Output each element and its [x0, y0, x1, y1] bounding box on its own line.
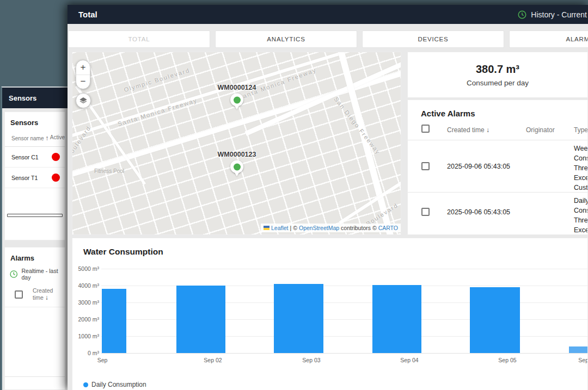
tab-devices[interactable]: DEVICES — [362, 30, 504, 48]
alarm-row-checkbox[interactable] — [421, 208, 430, 216]
alarm-row[interactable]: 2025-09-06 05:43:05DailyConsumptionThres… — [408, 192, 587, 235]
sort-desc-icon: ↓ — [486, 126, 489, 134]
dashboard-title: Total — [68, 10, 97, 19]
copyright-symbol: © — [293, 225, 297, 231]
select-all-checkbox[interactable] — [15, 290, 23, 299]
active-alarms-title: Active Alarms — [408, 100, 587, 118]
dashboard-state-tabs: TOTALANALYTICSDEVICESALARMS — [68, 30, 588, 48]
attribution-separator: | — [290, 225, 291, 231]
x-tick-label: Sep — [97, 357, 108, 363]
x-tick-label: Sep 06 — [578, 357, 588, 363]
clock-icon — [9, 269, 18, 279]
tab-total[interactable]: TOTAL — [68, 30, 210, 48]
divider — [5, 376, 65, 377]
dashboard-titlebar: Total History - Current — [68, 5, 588, 24]
select-all-checkbox[interactable] — [421, 125, 430, 133]
sensor-name: Sensor C1 — [11, 154, 52, 160]
sensor-name-column-header[interactable]: Sensor name ↑ — [11, 134, 50, 142]
consumed-value: 380.7 m³ — [476, 63, 519, 76]
dashboard-window: Total History - Current TOTALANALYTICSDE… — [68, 5, 588, 390]
zoom-out-button[interactable]: − — [76, 75, 90, 89]
gridline — [101, 353, 587, 354]
carto-link[interactable]: CARTO — [378, 225, 398, 231]
chart-bar[interactable] — [470, 287, 520, 353]
active-alarms-widget: Active Alarms Created time ↓ Originator … — [407, 100, 588, 235]
sort-desc-icon: ↓ — [45, 294, 48, 301]
x-tick-label: Sep 03 — [302, 357, 320, 363]
contributors-text: contributors © — [341, 225, 377, 231]
sensors-card-title: Sensors — [5, 112, 65, 127]
legend-label: Daily Consumption — [91, 381, 146, 388]
active-alarms-table-header: Created time ↓ Originator Type — [408, 118, 587, 140]
ukraine-flag-icon — [264, 226, 270, 230]
realtime-range[interactable]: Realtime - last day — [5, 262, 65, 281]
alarm-created-time: 2025-09-06 05:43:05 — [447, 163, 510, 170]
legend-dot-icon — [83, 382, 88, 387]
gridline — [101, 269, 587, 269]
map-marker-wm0000123[interactable] — [230, 160, 243, 177]
sensors-table-header: Sensor name ↑ Active — [5, 127, 65, 147]
map-attribution: Leaflet | © OpenStreetMap contributors ©… — [261, 224, 401, 232]
map-layers-button[interactable] — [76, 93, 91, 108]
sensor-active-status-icon — [52, 174, 60, 182]
x-tick-label: Sep 04 — [400, 357, 418, 363]
realtime-range-label: Realtime - last day — [21, 268, 65, 281]
x-tick-label: Sep 05 — [498, 357, 516, 363]
marker-label: WM0000123 — [218, 151, 256, 158]
left-alarms-table-header: Created time ↓ — [5, 281, 65, 307]
y-tick-label: 2000 m³ — [72, 316, 99, 323]
sensors-window: Sensors Sensors Sensor name ↑ Active Sen… — [1, 86, 68, 390]
road-freeway — [244, 52, 401, 136]
sensors-window-titlebar[interactable]: Sensors — [2, 88, 68, 108]
time-window-label: History - Current — [531, 10, 587, 19]
osm-link[interactable]: OpenStreetMap — [299, 225, 339, 231]
chart-bar[interactable] — [274, 284, 323, 353]
type-column-header[interactable]: Type — [574, 126, 588, 134]
map-zoom-control: + − — [76, 60, 90, 89]
originator-column-header[interactable]: Originator — [526, 126, 555, 134]
legend-daily-consumption[interactable]: Daily Consumption — [83, 381, 146, 388]
sensor-active-status-icon — [52, 153, 60, 161]
chart-bar[interactable] — [176, 286, 225, 353]
left-alarms-card: Alarms Realtime - last day Created time … — [4, 247, 65, 390]
chart-bar[interactable] — [569, 346, 588, 353]
y-tick-label: 1000 m³ — [72, 333, 99, 339]
sensor-row[interactable]: Sensor T1 — [5, 168, 65, 188]
y-tick-label: 4000 m³ — [72, 282, 99, 289]
sort-asc-icon: ↑ — [45, 134, 48, 142]
map-widget[interactable]: Olympic Boulevard Santa Monica Freeway S… — [72, 52, 401, 235]
left-alarms-title: Alarms — [5, 247, 65, 262]
tab-alarms[interactable]: ALARMS — [509, 30, 588, 48]
street-label-olympic: Olympic Boulevard — [123, 67, 191, 93]
tab-analytics[interactable]: ANALYTICS — [215, 30, 357, 48]
water-consumption-widget: Water Consumption 5000 m³4000 m³3000 m³2… — [72, 238, 588, 390]
sensor-row[interactable]: Sensor C1 — [5, 147, 65, 168]
active-column-header[interactable]: Active — [50, 134, 65, 142]
map-marker-wm0000124[interactable] — [230, 94, 243, 110]
leaflet-link[interactable]: Leaflet — [271, 225, 289, 231]
desktop: { "colors": { "header_bg": "#1a2332", "a… — [0, 0, 588, 390]
consumed-per-day-widget: 380.7 m³ Consumed per day — [407, 52, 588, 98]
sensors-card: Sensors Sensor name ↑ Active Sensor C1Se… — [4, 112, 65, 240]
sensors-window-title: Sensors — [9, 94, 36, 102]
marker-status-green — [234, 163, 241, 170]
alarm-row[interactable]: 2025-09-06 05:43:05WeeklyConsumptionThre… — [408, 140, 587, 192]
sensor-rows: Sensor C1Sensor T1 — [5, 147, 65, 188]
zoom-in-button[interactable]: + — [76, 60, 90, 75]
street-label-boulevard-left: Boulevard — [72, 125, 92, 158]
chart-bar[interactable] — [372, 285, 421, 353]
alarm-row-checkbox[interactable] — [421, 162, 430, 170]
marker-label: WM0000124 — [218, 84, 256, 91]
alarm-type: WeeklyConsumptionThresholdExceededCustom — [574, 144, 588, 193]
chart-bar[interactable] — [102, 289, 126, 353]
horizontal-scrollbar[interactable] — [7, 214, 63, 217]
y-tick-label: 0 m³ — [72, 350, 99, 356]
marker-status-green — [234, 96, 241, 103]
created-time-column-header[interactable]: Created time ↓ — [33, 287, 65, 301]
gridline — [101, 286, 587, 286]
created-time-column-header[interactable]: Created time ↓ — [447, 126, 489, 134]
clock-icon — [517, 10, 527, 20]
street-label-santa-monica: Santa Monica Freeway — [117, 97, 198, 127]
time-window-button[interactable]: History - Current — [517, 10, 588, 20]
y-tick-label: 3000 m³ — [72, 299, 99, 306]
